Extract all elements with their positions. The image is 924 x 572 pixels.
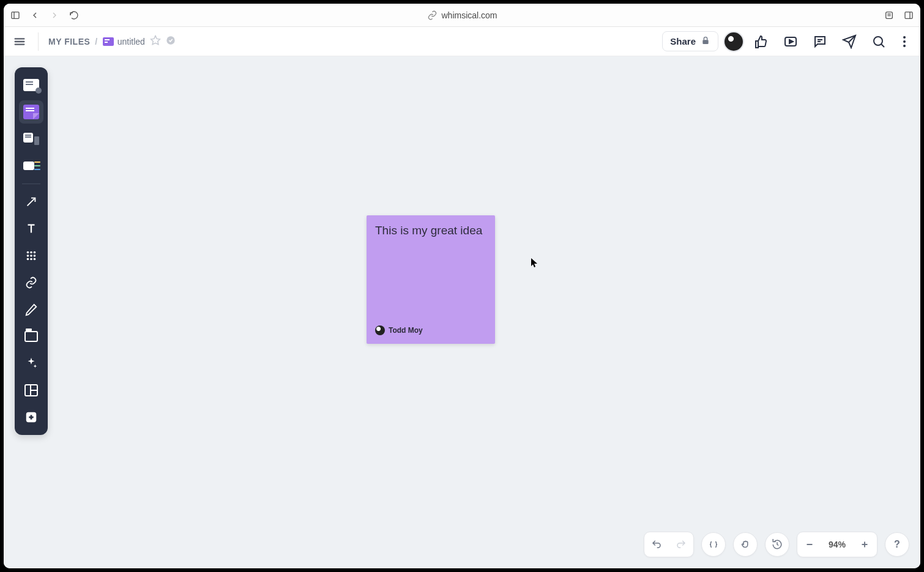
panel-right-icon[interactable]	[903, 10, 914, 21]
svg-rect-12	[702, 40, 708, 44]
sidebar-toggle-icon[interactable]	[10, 10, 21, 21]
tool-panel	[15, 67, 48, 435]
breadcrumb-sep: /	[95, 37, 97, 46]
wireframe-tool[interactable]	[19, 127, 43, 150]
svg-point-31	[27, 258, 29, 261]
add-tool[interactable]	[19, 406, 43, 429]
svg-rect-5	[905, 12, 912, 18]
user-avatar[interactable]	[723, 31, 744, 52]
author-avatar	[375, 325, 385, 335]
sticky-note-author: Todd Moy	[375, 325, 486, 335]
sticky-note[interactable]: This is my great idea Todd Moy	[367, 215, 495, 344]
back-icon[interactable]	[29, 10, 40, 21]
svg-point-25	[27, 251, 29, 254]
text-tool[interactable]	[19, 217, 43, 240]
star-icon[interactable]	[150, 35, 161, 48]
app-window: whimsical.com MY FILES / untitled	[4, 4, 920, 568]
undo-redo-group	[644, 532, 694, 557]
browser-chrome: whimsical.com	[4, 4, 920, 27]
link-tool[interactable]	[19, 271, 43, 294]
share-label: Share	[670, 36, 696, 46]
svg-point-20	[903, 40, 906, 43]
ai-tool[interactable]	[19, 352, 43, 375]
svg-point-17	[874, 37, 882, 45]
zoom-control: 94%	[797, 532, 877, 557]
menu-button[interactable]	[11, 33, 28, 50]
mindmap-tool[interactable]	[19, 154, 43, 177]
svg-point-29	[30, 254, 32, 257]
svg-point-19	[903, 36, 906, 39]
svg-rect-0	[12, 12, 19, 18]
more-button[interactable]	[896, 29, 913, 54]
file-name: untitled	[117, 37, 145, 46]
section-tool[interactable]	[19, 325, 43, 348]
url-bar[interactable]: whimsical.com	[427, 10, 497, 21]
svg-point-33	[34, 258, 36, 261]
comments-button[interactable]	[808, 29, 832, 54]
hand-tool-button[interactable]	[733, 532, 758, 557]
thumbs-up-button[interactable]	[749, 29, 773, 54]
breadcrumb-file[interactable]: untitled	[103, 37, 145, 46]
sync-status-icon	[166, 35, 176, 47]
svg-marker-10	[151, 36, 160, 45]
svg-point-27	[34, 251, 36, 254]
history-button[interactable]	[765, 532, 789, 557]
template-tool[interactable]	[19, 379, 43, 402]
svg-point-30	[34, 254, 36, 257]
zoom-in-button[interactable]	[852, 532, 877, 557]
author-name: Todd Moy	[389, 326, 423, 335]
sticky-note-tool[interactable]	[19, 100, 43, 124]
undo-button[interactable]	[644, 532, 669, 557]
svg-marker-14	[789, 40, 793, 43]
lock-icon	[701, 35, 710, 47]
help-icon: ?	[894, 539, 900, 550]
canvas[interactable]: This is my great idea Todd Moy	[4, 56, 920, 568]
send-button[interactable]	[837, 29, 862, 54]
svg-point-21	[903, 45, 906, 47]
flowchart-tool[interactable]	[19, 73, 43, 97]
forward-icon[interactable]	[49, 10, 60, 21]
breadcrumb-root[interactable]: MY FILES	[48, 37, 90, 46]
reload-icon[interactable]	[69, 10, 80, 21]
svg-point-32	[30, 258, 32, 261]
svg-point-26	[30, 251, 32, 254]
code-button[interactable]	[701, 532, 726, 557]
breadcrumb: MY FILES / untitled	[48, 35, 176, 48]
table-tool[interactable]	[19, 244, 43, 267]
svg-line-18	[881, 44, 884, 47]
cursor-icon	[531, 258, 538, 268]
file-type-icon	[103, 37, 114, 46]
connector-tool[interactable]	[19, 190, 43, 214]
reader-icon[interactable]	[884, 10, 895, 21]
svg-line-22	[28, 198, 35, 206]
help-button[interactable]: ?	[885, 532, 909, 557]
bottom-controls: 94% ?	[644, 532, 909, 557]
tool-separator	[22, 184, 40, 184]
zoom-level[interactable]: 94%	[822, 540, 852, 549]
url-text: whimsical.com	[441, 10, 497, 20]
sticky-note-text[interactable]: This is my great idea	[375, 224, 486, 237]
draw-tool[interactable]	[19, 298, 43, 321]
zoom-out-button[interactable]	[797, 532, 822, 557]
present-button[interactable]	[778, 29, 803, 54]
search-button[interactable]	[866, 29, 891, 54]
divider	[38, 32, 39, 51]
link-icon	[427, 10, 438, 21]
share-button[interactable]: Share	[662, 31, 718, 51]
svg-point-28	[27, 254, 29, 257]
redo-button[interactable]	[669, 532, 693, 557]
app-header: MY FILES / untitled Share	[4, 27, 920, 56]
